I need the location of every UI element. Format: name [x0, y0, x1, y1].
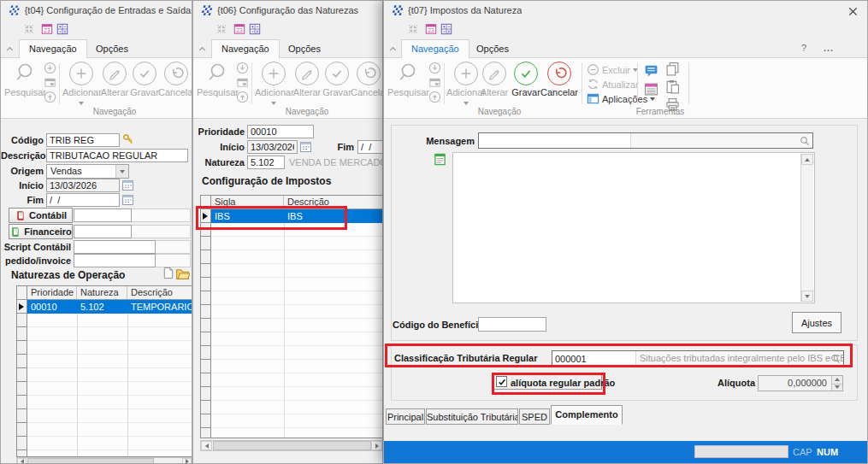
pesquisar-button[interactable]: Pesquisar — [197, 62, 236, 97]
aliquota-spinner[interactable]: 0,000000 — [758, 375, 843, 391]
chevron-up-icon[interactable] — [5, 44, 15, 55]
arrow-up-icon[interactable] — [44, 91, 56, 105]
alterar-button[interactable]: Alterar — [99, 62, 130, 97]
origem-select[interactable]: Vendas — [46, 164, 129, 179]
scroll-thumb[interactable] — [27, 458, 154, 463]
fim-input[interactable] — [46, 193, 120, 207]
inicio-input[interactable] — [46, 179, 120, 192]
gravar-button[interactable]: Gravar — [322, 62, 352, 97]
natureza-input[interactable] — [247, 156, 285, 169]
titlebar-t04[interactable]: {t04} Configuração de Entradas e Saídas — [1, 1, 192, 20]
calculator-icon[interactable] — [440, 23, 453, 36]
col-natureza[interactable]: Natureza — [77, 286, 127, 299]
tab-opcoes[interactable]: Opções — [86, 40, 138, 58]
tab-opcoes[interactable]: Opções — [467, 40, 518, 58]
prioridade-input[interactable] — [247, 125, 314, 138]
selected-row[interactable]: 00010 5.102 TEMPORARIO — [27, 300, 192, 314]
open-folder-icon[interactable] — [175, 267, 189, 280]
calendar-picker-icon[interactable] — [121, 193, 135, 207]
spin-up-icon[interactable] — [832, 376, 842, 384]
vertical-scrollbar[interactable] — [800, 154, 813, 302]
col-prioridade[interactable]: Prioridade — [27, 286, 77, 299]
arrow-down-icon[interactable] — [428, 62, 441, 76]
scroll-up-icon[interactable] — [801, 154, 813, 165]
descricao-input[interactable] — [46, 149, 188, 162]
titlebar-t06[interactable]: {t06} Configuração das Naturezas — [193, 1, 382, 20]
spin-down-icon[interactable] — [832, 384, 842, 391]
collapse-window-icon[interactable] — [23, 23, 36, 36]
collapse-window-icon[interactable] — [407, 23, 420, 36]
alterar-button[interactable]: Alterar — [292, 62, 322, 97]
window-mini-icon[interactable] — [236, 76, 249, 91]
scroll-right-icon[interactable] — [182, 458, 192, 463]
tab-complemento[interactable]: Complemento — [551, 405, 623, 425]
aliquota-regular-padrao-checkbox[interactable] — [496, 376, 507, 387]
collapse-window-icon[interactable] — [216, 23, 228, 36]
combo-arrow-icon[interactable] — [115, 165, 128, 178]
chevron-up-icon[interactable] — [388, 44, 399, 55]
adicionar-button[interactable]: Adicionar — [62, 62, 100, 108]
arrow-down-icon[interactable] — [236, 62, 249, 76]
tab-navegacao[interactable]: Navegação — [211, 39, 280, 59]
pedido-invoice-input[interactable] — [74, 254, 156, 267]
horizontal-scrollbar[interactable] — [200, 440, 382, 451]
comment-icon[interactable] — [644, 63, 658, 78]
excluir-button[interactable]: Excluir — [587, 63, 638, 76]
contabil-button[interactable]: Contábil — [9, 208, 73, 223]
script-contabil-input[interactable] — [74, 240, 156, 254]
contabil-input[interactable] — [74, 209, 132, 222]
window-mini-icon[interactable] — [44, 76, 56, 91]
classificacao-input[interactable] — [552, 351, 635, 366]
search-icon[interactable] — [800, 136, 810, 146]
chevron-up-icon[interactable] — [198, 44, 208, 55]
search-icon[interactable] — [830, 354, 841, 364]
calendar-icon[interactable] — [425, 23, 438, 36]
codigo-input[interactable] — [46, 133, 120, 147]
calendar-icon[interactable] — [41, 23, 54, 36]
col-descricao[interactable]: Descrição — [127, 286, 192, 299]
scroll-right-icon[interactable] — [371, 441, 382, 450]
copy-icon[interactable] — [665, 62, 680, 76]
alterar-button[interactable]: Alterar — [479, 62, 510, 97]
help-button[interactable]: ? — [801, 43, 806, 53]
tab-substituicao-tributaria[interactable]: Substituição Tributária — [426, 408, 518, 425]
tab-principal[interactable]: Principal — [386, 408, 425, 425]
cancelar-button[interactable]: Cancelar — [540, 62, 578, 97]
more-options-button[interactable]: ... — [824, 43, 834, 53]
ajustes-button[interactable]: Ajustes — [792, 312, 841, 333]
arrow-up-icon[interactable] — [428, 91, 441, 105]
table-list-icon[interactable] — [644, 82, 658, 97]
mensagem-textarea[interactable] — [452, 152, 815, 303]
financeiro-button[interactable]: Financeiro — [9, 224, 73, 239]
calendar-icon[interactable] — [233, 23, 246, 36]
col-sigla[interactable]: Sigla — [211, 196, 284, 209]
titlebar-t07[interactable]: {t07} Impostos da Natureza — [384, 1, 867, 20]
adicionar-button[interactable]: Adicionar — [255, 62, 292, 108]
arrow-up-icon[interactable] — [236, 91, 249, 105]
calculator-icon[interactable] — [249, 23, 262, 36]
fim-input[interactable] — [357, 140, 382, 154]
mensagem-field[interactable] — [478, 132, 813, 149]
scroll-left-icon[interactable] — [201, 441, 212, 450]
paste-icon[interactable] — [665, 79, 680, 94]
cancelar-button[interactable]: Cancelar — [158, 62, 192, 97]
horizontal-scrollbar[interactable] — [16, 457, 192, 463]
scroll-down-icon[interactable] — [801, 291, 813, 302]
tab-sped[interactable]: SPED — [519, 408, 550, 425]
window-mini-icon[interactable] — [428, 76, 441, 91]
tab-navegacao[interactable]: Navegação — [19, 39, 87, 59]
gravar-button[interactable]: Gravar — [510, 62, 542, 97]
new-document-icon[interactable] — [162, 267, 175, 280]
cancelar-button[interactable]: Cancelar — [351, 62, 382, 97]
scroll-left-icon[interactable] — [17, 458, 27, 463]
gravar-button[interactable]: Gravar — [129, 62, 160, 97]
scroll-thumb[interactable] — [213, 441, 371, 450]
codigo-beneficio-input[interactable] — [478, 317, 546, 332]
pesquisar-button[interactable]: Pesquisar — [4, 62, 44, 97]
selected-row-ibs[interactable]: IBS IBS — [211, 209, 382, 223]
pesquisar-button[interactable]: Pesquisar — [387, 62, 427, 97]
atualizar-button[interactable]: Atualizar — [587, 78, 639, 91]
financeiro-input[interactable] — [74, 225, 132, 238]
col-descricao[interactable]: Descrição — [284, 196, 382, 209]
tab-navegacao[interactable]: Navegação — [401, 39, 469, 59]
